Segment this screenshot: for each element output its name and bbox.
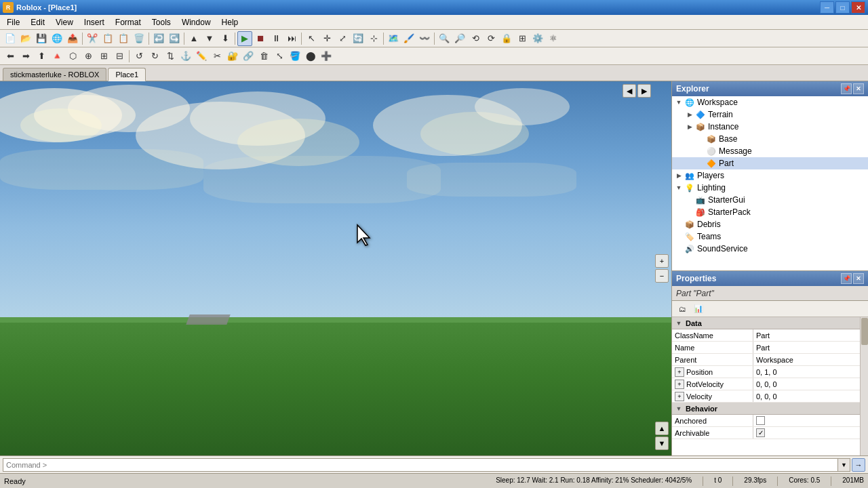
back-btn[interactable]: ⬅ — [3, 49, 18, 64]
tree-item-terrain[interactable]: ▶ 🔷 Terrain — [672, 108, 868, 121]
up-cam-btn[interactable]: ⬆ — [34, 49, 49, 64]
expand-rotvelocity-icon[interactable]: + — [675, 380, 684, 389]
nav-up[interactable]: ▲ — [655, 422, 669, 435]
tree-item-part[interactable]: ▶ 🔶 Part — [672, 157, 868, 169]
menu-view[interactable]: View — [50, 15, 79, 29]
lock2-btn[interactable]: 🔐 — [225, 49, 240, 64]
rotate-tool[interactable]: 🔄 — [351, 31, 366, 46]
menu-edit[interactable]: Edit — [25, 15, 50, 29]
scale-tool[interactable]: ⤢ — [335, 31, 350, 46]
properties-scroll-thumb[interactable] — [861, 318, 868, 345]
properties-pin-button[interactable]: 📌 — [841, 273, 852, 284]
expand-instance[interactable]: ▶ — [686, 123, 694, 131]
tree-item-soundservice[interactable]: ▶ 🔊 SoundService — [672, 243, 868, 255]
expand-position-icon[interactable]: + — [675, 367, 684, 377]
prop-position[interactable]: + Position 0, 1, 0 — [672, 366, 868, 378]
rotate-right-btn[interactable]: ↻ — [147, 49, 162, 64]
tree-item-message[interactable]: ▶ ⚪ Message — [672, 145, 868, 157]
undo-cam-btn[interactable]: ⟲ — [468, 31, 483, 46]
rotate-left-btn[interactable]: ↺ — [132, 49, 146, 64]
prop-anchored[interactable]: Anchored — [672, 415, 868, 427]
props-sort-category[interactable]: 📊 — [691, 302, 706, 317]
redo-cam-btn[interactable]: ⟳ — [484, 31, 498, 46]
properties-close-button[interactable]: ✕ — [853, 273, 864, 284]
prop-rotvelocity[interactable]: + RotVelocity 0, 0, 0 — [672, 378, 868, 390]
nav-down[interactable]: ▼ — [655, 436, 669, 450]
zoom-out-btn[interactable]: 🔎 — [452, 31, 467, 46]
close-button[interactable]: ✕ — [851, 1, 865, 14]
nav-zoom-in[interactable]: + — [655, 254, 669, 268]
prop-name[interactable]: Name Part — [672, 342, 868, 354]
expand-lighting[interactable]: ▼ — [675, 184, 683, 192]
menu-tools[interactable]: Tools — [146, 15, 176, 29]
command-submit[interactable]: → — [852, 458, 865, 472]
move-tool[interactable]: ✛ — [319, 31, 334, 46]
explorer-pin-button[interactable]: 📌 — [841, 83, 852, 94]
publish-as-button[interactable]: 📤 — [65, 31, 80, 46]
fill-btn[interactable]: 🪣 — [288, 49, 302, 64]
archivable-checkbox[interactable]: ✓ — [756, 428, 765, 437]
prop-classname[interactable]: ClassName Part — [672, 329, 868, 342]
nav-zoom-out[interactable]: − — [655, 269, 669, 283]
step-button[interactable]: ⏭ — [284, 31, 299, 46]
select-tool[interactable]: ↖ — [304, 31, 319, 46]
menu-help[interactable]: Help — [216, 15, 244, 29]
prop-parent-value[interactable]: Workspace — [753, 356, 868, 364]
anchor-btn[interactable]: ⚓ — [178, 49, 193, 64]
tree-item-instance[interactable]: ▶ 📦 Instance — [672, 121, 868, 133]
down-button[interactable]: ▼ — [202, 31, 217, 46]
prop-classname-value[interactable]: Part — [753, 331, 868, 340]
command-input[interactable] — [3, 458, 838, 472]
up-button[interactable]: ▲ — [186, 31, 201, 46]
tree-item-teams[interactable]: ▶ 🏷️ Teams — [672, 230, 868, 243]
lock-btn[interactable]: 🔒 — [499, 31, 514, 46]
pause-button[interactable]: ⏸ — [269, 31, 283, 46]
tree-item-debris[interactable]: ▶ 📦 Debris — [672, 218, 868, 230]
open-button[interactable]: 📂 — [18, 31, 33, 46]
expand-velocity-icon[interactable]: + — [675, 392, 684, 401]
arrow-down-btn[interactable]: ⬇ — [218, 31, 233, 46]
physics-btn[interactable]: ⚛ — [546, 31, 561, 46]
flip-btn[interactable]: ⇅ — [163, 49, 178, 64]
play-button[interactable]: ▶ — [237, 31, 252, 46]
smooth-tool[interactable]: 〰️ — [417, 31, 432, 46]
stop-button[interactable]: ⏹ — [253, 31, 268, 46]
section-data[interactable]: ▼ Data — [672, 317, 868, 329]
tree-item-workspace[interactable]: ▼ 🌐 Workspace — [672, 96, 868, 108]
tree-item-players[interactable]: ▶ 👥 Players — [672, 169, 868, 182]
minimize-button[interactable]: ─ — [820, 1, 834, 14]
delete2-btn[interactable]: 🗑 — [256, 49, 271, 64]
weld-btn[interactable]: 🔗 — [241, 49, 256, 64]
section-behavior[interactable]: ▼ Behavior — [672, 403, 868, 415]
paint-tool[interactable]: 🖌️ — [401, 31, 416, 46]
redo-button[interactable]: ↪️ — [167, 31, 182, 46]
prop-archivable-value[interactable]: ✓ — [753, 428, 868, 437]
resize-btn[interactable]: ⤡ — [272, 49, 287, 64]
prop-anchored-value[interactable] — [753, 416, 868, 425]
edge-btn[interactable]: ⬡ — [65, 49, 80, 64]
face-btn[interactable]: 🔺 — [50, 49, 64, 64]
prop-position-value[interactable]: 0, 1, 0 — [753, 368, 868, 376]
cut2-btn[interactable]: ✂ — [210, 49, 224, 64]
transform-tool[interactable]: ⊹ — [366, 31, 381, 46]
prop-velocity[interactable]: + Velocity 0, 0, 0 — [672, 390, 868, 403]
viewport[interactable]: ◀ ▶ + − ▲ ▼ — [0, 81, 671, 455]
tree-item-base[interactable]: ▶ 📦 Base — [672, 133, 868, 145]
forward-btn[interactable]: ➡ — [18, 49, 33, 64]
props-sort-alpha[interactable]: 🗂 — [675, 302, 690, 317]
settings-btn[interactable]: ⚙️ — [530, 31, 545, 46]
tree-item-startergui[interactable]: ▶ 📺 StarterGui — [672, 194, 868, 206]
tab-stickmasterluke[interactable]: stickmasterluke - ROBLOX — [3, 68, 106, 81]
grid-btn[interactable]: ⊞ — [515, 31, 530, 46]
menu-window[interactable]: Window — [176, 15, 216, 29]
snap-btn[interactable]: ⊕ — [81, 49, 96, 64]
terrain-tool[interactable]: 🗺️ — [386, 31, 401, 46]
plus-btn[interactable]: ➕ — [319, 49, 334, 64]
prop-parent[interactable]: Parent Workspace — [672, 354, 868, 366]
save-button[interactable]: 💾 — [34, 31, 49, 46]
nav-prev[interactable]: ◀ — [623, 84, 636, 98]
prop-archivable[interactable]: Archivable ✓ — [672, 427, 868, 439]
group-btn[interactable]: ⊞ — [96, 49, 111, 64]
explorer-close-button[interactable]: ✕ — [853, 83, 864, 94]
tab-place1[interactable]: Place1 — [108, 68, 146, 81]
